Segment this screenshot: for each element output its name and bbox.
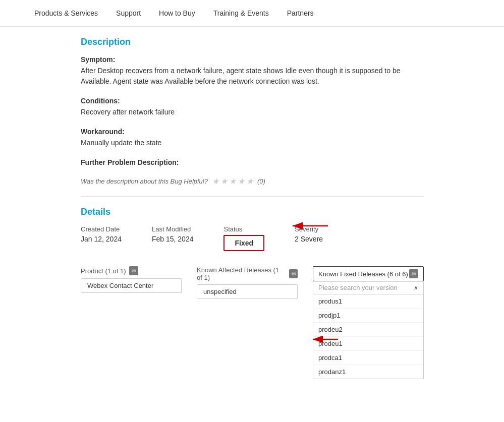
severity-label: Severity: [295, 225, 323, 233]
description-section: Description Symptom: After Desktop recov…: [81, 27, 423, 197]
star-5[interactable]: ★: [246, 176, 253, 186]
product-header: Product (1 of 1) ✉: [81, 266, 182, 275]
navigation: CISCO Products & Services Support How to…: [0, 0, 504, 27]
release-item-6[interactable]: prodanz1: [313, 365, 423, 379]
rating-count: (0): [257, 177, 265, 185]
created-date-label: Created Date: [81, 225, 122, 233]
release-item-4[interactable]: prodeu1: [313, 337, 423, 351]
nav-link-how-to-buy[interactable]: How to Buy: [150, 0, 204, 27]
created-date-item: Created Date Jan 12, 2024: [81, 225, 122, 243]
chevron-up-icon[interactable]: ∧: [414, 284, 418, 291]
status-value: Fixed: [235, 239, 253, 247]
further-block: Further Problem Description:: [81, 158, 423, 166]
product-col: Product (1 of 1) ✉ Webex Contact Center: [81, 266, 182, 293]
star-rating[interactable]: ★ ★ ★ ★ ★: [212, 176, 253, 186]
known-affected-col: Known Affected Releases (1 of 1) ✉ unspe…: [197, 266, 298, 299]
nav-link-support[interactable]: Support: [107, 0, 150, 27]
release-item-1[interactable]: produs1: [313, 294, 423, 309]
symptom-block: Symptom: After Desktop recovers from a n…: [81, 55, 423, 87]
details-title: Details: [81, 207, 423, 217]
further-label: Further Problem Description:: [81, 158, 423, 166]
last-modified-label: Last Modified: [152, 225, 194, 233]
symptom-text: After Desktop recovers from a network fa…: [81, 66, 423, 87]
conditions-block: Conditions: Recovery after network failu…: [81, 97, 423, 117]
status-item: Status Fixed: [223, 225, 264, 251]
last-modified-item: Last Modified Feb 15, 2024: [152, 225, 194, 243]
known-affected-value-box: unspecified: [197, 284, 298, 299]
rating-question: Was the description about this Bug Helpf…: [81, 177, 208, 185]
nav-link-partners[interactable]: Partners: [278, 0, 323, 27]
known-fixed-email-icon[interactable]: ✉: [409, 269, 418, 278]
star-3[interactable]: ★: [229, 176, 236, 186]
product-email-icon[interactable]: ✉: [129, 266, 138, 275]
last-modified-value: Feb 15, 2024: [152, 235, 194, 243]
nav-item-how-to-buy[interactable]: How to Buy: [150, 0, 204, 27]
release-item-2[interactable]: prodjp1: [313, 309, 423, 323]
description-title: Description: [81, 37, 423, 47]
details-top-row: Created Date Jan 12, 2024 Last Modified …: [81, 225, 423, 251]
severity-item: Severity 2 Severe: [295, 225, 323, 243]
severity-value: 2 Severe: [295, 235, 323, 243]
nav-item-products[interactable]: Products & Services: [25, 0, 107, 27]
known-fixed-header[interactable]: Known Fixed Releases (6 of 6) ✉: [313, 266, 424, 281]
main-content: Description Symptom: After Desktop recov…: [0, 27, 504, 389]
nav-item-training[interactable]: Training & Events: [204, 0, 278, 27]
star-4[interactable]: ★: [238, 176, 245, 186]
products-row: Product (1 of 1) ✉ Webex Contact Center …: [81, 266, 423, 379]
rating-row: Was the description about this Bug Helpf…: [81, 176, 423, 186]
workaround-block: Workaround: Manually update the state: [81, 128, 423, 148]
nav-link-products[interactable]: Products & Services: [25, 0, 107, 27]
search-placeholder: Please search your version: [318, 284, 398, 291]
created-date-value: Jan 12, 2024: [81, 235, 122, 243]
known-fixed-col: Known Fixed Releases (6 of 6) ✉ Please s…: [313, 266, 424, 379]
release-item-3[interactable]: prodeu2: [313, 323, 423, 337]
nav-item-support[interactable]: Support: [107, 0, 150, 27]
status-box: Fixed: [223, 235, 264, 251]
symptom-label: Symptom:: [81, 55, 423, 64]
conditions-label: Conditions:: [81, 97, 423, 105]
product-header-label: Product (1 of 1): [81, 267, 126, 275]
fixed-releases-dropdown: produs1 prodjp1 prodeu2 prodeu1 prodca1 …: [313, 294, 424, 379]
status-label: Status: [223, 225, 264, 233]
star-2[interactable]: ★: [220, 176, 228, 186]
nav-link-training[interactable]: Training & Events: [204, 0, 278, 27]
nav-item-partners[interactable]: Partners: [278, 0, 323, 27]
conditions-text: Recovery after network failure: [81, 107, 423, 117]
workaround-label: Workaround:: [81, 128, 423, 136]
details-section: Details Created Date Jan 12, 2024 Last M…: [81, 197, 423, 389]
known-affected-header-label: Known Affected Releases (1 of 1): [197, 266, 286, 281]
known-fixed-header-label: Known Fixed Releases (6 of 6): [318, 270, 408, 278]
product-value-box: Webex Contact Center: [81, 278, 182, 293]
nav-links: Products & Services Support How to Buy T…: [25, 0, 323, 27]
workaround-text: Manually update the state: [81, 138, 423, 148]
version-search-box[interactable]: Please search your version ∧: [313, 281, 424, 294]
known-affected-email-icon[interactable]: ✉: [289, 269, 298, 278]
known-affected-header: Known Affected Releases (1 of 1) ✉: [197, 266, 298, 281]
star-1[interactable]: ★: [212, 176, 219, 186]
release-item-5[interactable]: prodca1: [313, 351, 423, 365]
